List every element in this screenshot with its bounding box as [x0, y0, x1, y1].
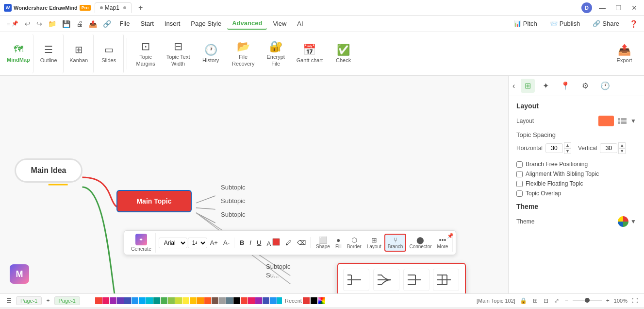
- publish-button[interactable]: 📨 Publish: [545, 18, 585, 29]
- fullscreen-btn[interactable]: ⛶: [630, 296, 639, 305]
- layout-tool[interactable]: ⊞ Layout: [364, 235, 384, 251]
- color-swatch[interactable]: [263, 297, 269, 304]
- font-select[interactable]: Arial: [159, 238, 187, 248]
- font-color-button[interactable]: A: [264, 237, 282, 248]
- font-decrease-btn[interactable]: A-: [221, 238, 232, 247]
- redo-button[interactable]: ↪: [34, 18, 45, 29]
- color-swatch[interactable]: [182, 297, 189, 304]
- add-page-btn[interactable]: +: [45, 296, 51, 305]
- color-swatch[interactable]: [248, 297, 255, 304]
- color-swatch[interactable]: [153, 297, 160, 304]
- color-swatch[interactable]: [88, 297, 95, 304]
- gantt-chart-tool[interactable]: 📅 Gantt chart: [293, 34, 327, 73]
- panel-sparkle-btn[interactable]: ✦: [539, 79, 553, 93]
- color-swatch[interactable]: [233, 297, 240, 304]
- color-swatch[interactable]: [212, 297, 218, 304]
- recent-swatch-1[interactable]: [303, 297, 310, 304]
- subtopic-2[interactable]: Subtopic: [221, 197, 246, 205]
- zoom-out-btn[interactable]: −: [563, 296, 570, 305]
- print-button[interactable]: 🖨: [74, 18, 85, 29]
- overlap-checkbox[interactable]: [516, 190, 523, 197]
- panel-layout-btn[interactable]: ⊞: [521, 79, 535, 93]
- color-swatch[interactable]: [175, 297, 182, 304]
- menu-view[interactable]: View: [268, 18, 291, 29]
- bold-button[interactable]: B: [237, 238, 247, 247]
- flexible-checkbox[interactable]: [516, 181, 523, 187]
- menu-page-style[interactable]: Page Style: [186, 18, 226, 29]
- recent-swatch-2[interactable]: [311, 297, 317, 304]
- recent-color-wheel[interactable]: [318, 297, 325, 304]
- underline-button[interactable]: U: [254, 238, 264, 247]
- font-size-select[interactable]: 14: [188, 238, 207, 248]
- canvas-area[interactable]: Main Idea Main Topic Subtopic Subtopic S…: [0, 76, 508, 293]
- panel-pin-btn[interactable]: 📍: [557, 79, 574, 93]
- font-increase-btn[interactable]: A+: [208, 238, 220, 247]
- menu-file[interactable]: File: [115, 18, 134, 29]
- italic-button[interactable]: I: [247, 238, 254, 247]
- grid-icon-btn[interactable]: ⊞: [531, 296, 539, 305]
- minimize-button[interactable]: —: [596, 3, 609, 13]
- export-tool[interactable]: 📤 Export: [609, 42, 640, 66]
- border-tool[interactable]: ⬡ Border: [345, 235, 364, 251]
- color-swatch[interactable]: [168, 297, 175, 304]
- open-local-button[interactable]: 📁: [46, 18, 59, 29]
- help-button[interactable]: ❓: [627, 18, 640, 29]
- branch-item-2[interactable]: [373, 269, 399, 291]
- color-swatch[interactable]: [226, 297, 233, 304]
- fill-tool[interactable]: ● Fill: [333, 235, 344, 251]
- close-button[interactable]: ✕: [628, 3, 640, 13]
- color-swatch[interactable]: [132, 297, 138, 304]
- branch-item-1[interactable]: [343, 269, 369, 291]
- color-swatch[interactable]: [161, 297, 167, 304]
- history-tool[interactable]: 🕐 History: [195, 34, 227, 73]
- color-swatch[interactable]: [197, 297, 204, 304]
- main-idea-node[interactable]: Main Idea: [15, 158, 83, 183]
- color-swatch[interactable]: [241, 297, 248, 304]
- panel-collapse-btn[interactable]: ‹: [512, 82, 515, 90]
- eraser-button[interactable]: ⌫: [295, 238, 308, 247]
- branch-tool[interactable]: ⑂ Branch: [384, 234, 407, 252]
- fit-icon-btn[interactable]: ⤢: [553, 296, 561, 305]
- undo-button[interactable]: ↩: [22, 18, 33, 29]
- menu-insert[interactable]: Insert: [160, 18, 185, 29]
- mindmap-tool[interactable]: 🗺 MindMap: [4, 34, 33, 73]
- theme-arrow[interactable]: ▼: [630, 218, 636, 225]
- theme-color-circle[interactable]: [618, 216, 628, 227]
- outline-tool[interactable]: ☰ Outline: [34, 34, 64, 73]
- add-tab-button[interactable]: +: [135, 3, 146, 12]
- color-swatch[interactable]: [146, 297, 153, 304]
- color-swatch[interactable]: [139, 297, 146, 304]
- color-swatch[interactable]: [277, 297, 282, 304]
- color-swatch[interactable]: [204, 297, 211, 304]
- alignment-checkbox[interactable]: [516, 171, 523, 177]
- encrypt-file-tool[interactable]: 🔐 EncryptFile: [260, 34, 292, 73]
- lock-icon-btn[interactable]: 🔒: [518, 296, 528, 305]
- share-button[interactable]: 🔗 Share: [588, 18, 624, 29]
- branch-item-4[interactable]: [433, 269, 459, 291]
- horizontal-up-btn[interactable]: ▲: [564, 142, 571, 148]
- topic-margins-tool[interactable]: ⊡ TopicMargins: [130, 34, 162, 73]
- horizontal-value[interactable]: [545, 143, 563, 153]
- snap-icon-btn[interactable]: ⊡: [542, 296, 550, 305]
- connector-tool[interactable]: ⬤ Connector: [407, 235, 434, 251]
- subtopic-3[interactable]: Subtopic: [221, 211, 246, 218]
- color-swatch[interactable]: [95, 297, 102, 304]
- shape-tool[interactable]: ⬜ Shape: [314, 235, 332, 251]
- color-swatch[interactable]: [219, 297, 226, 304]
- menu-collapse-btn[interactable]: ≡ 📌: [4, 18, 21, 29]
- user-avatar[interactable]: D: [581, 2, 592, 13]
- color-swatch[interactable]: [270, 297, 277, 304]
- zoom-track[interactable]: [573, 300, 602, 301]
- menu-advanced[interactable]: Advanced: [227, 17, 267, 30]
- maximize-button[interactable]: ☐: [612, 3, 625, 13]
- zoom-in-btn[interactable]: +: [605, 296, 611, 305]
- color-swatch[interactable]: [190, 297, 197, 304]
- menu-start[interactable]: Start: [135, 18, 158, 29]
- topic-text-width-tool[interactable]: ⊟ Topic TextWidth: [163, 34, 194, 73]
- color-swatch[interactable]: [124, 297, 131, 304]
- map-tab[interactable]: Map1: [95, 2, 132, 13]
- export-format-button[interactable]: 📤: [86, 18, 99, 29]
- slides-tool[interactable]: ▭ Slides: [95, 34, 124, 73]
- layout-grid-icon[interactable]: [618, 118, 627, 124]
- color-swatch[interactable]: [110, 297, 116, 304]
